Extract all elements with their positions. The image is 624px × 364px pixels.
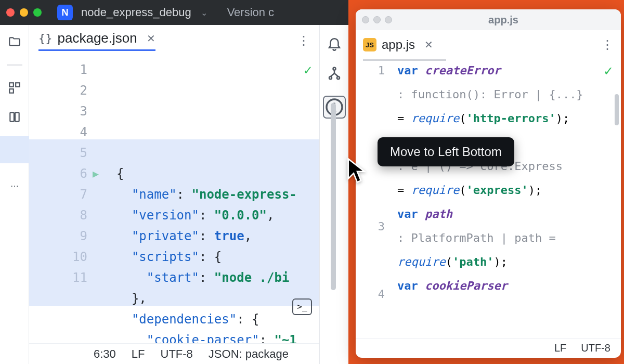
- float-code-text[interactable]: var createError : function(): Error | {.…: [392, 61, 621, 338]
- float-titlebar: app.js: [356, 9, 621, 30]
- float-window-title: app.js: [392, 14, 615, 26]
- float-line-ending[interactable]: LF: [554, 342, 566, 354]
- notifications-icon[interactable]: [327, 35, 342, 51]
- editor-tab-row: {} package.json ✕ ⋮: [29, 25, 319, 56]
- code-area[interactable]: 1 2 3 4 5 6 7 8 9 10 11 ✓ { "name": "nod…: [29, 56, 319, 343]
- tab-options-icon[interactable]: ⋮: [297, 33, 310, 48]
- svg-point-6: [329, 76, 332, 79]
- float-file-tab[interactable]: JS app.js ✕: [363, 37, 433, 52]
- line-number: 2: [29, 80, 87, 101]
- svg-point-5: [333, 68, 335, 70]
- line-number: 1: [29, 59, 87, 80]
- close-tab-icon[interactable]: ✕: [147, 32, 155, 45]
- cursor-position[interactable]: 6:30: [94, 347, 116, 361]
- svg-point-7: [337, 76, 340, 79]
- titlebar: N node_express_debug ⌄ Version c: [0, 0, 348, 25]
- float-window-controls: [362, 16, 392, 23]
- window-controls: [6, 8, 42, 17]
- js-file-icon: JS: [363, 38, 376, 51]
- project-badge-icon: N: [57, 5, 73, 20]
- file-tab-package-json[interactable]: {} package.json ✕: [38, 30, 155, 51]
- inspection-ok-icon[interactable]: ✓: [304, 59, 312, 80]
- line-number: 1: [356, 64, 385, 132]
- code-text[interactable]: ✓ { "name": "node-express- "version": "0…: [97, 56, 319, 343]
- line-number: 4: [356, 288, 385, 311]
- editor-pane: {} package.json ✕ ⋮ 1 2 3 4 5 6 7 8 9 1: [29, 25, 319, 364]
- svg-rect-4: [15, 112, 19, 121]
- svg-rect-0: [9, 83, 14, 87]
- vcs-tab[interactable]: Version c: [227, 6, 275, 19]
- line-number: 3: [356, 220, 385, 288]
- close-window-button[interactable]: [6, 8, 15, 17]
- structure-icon[interactable]: [8, 81, 21, 95]
- main-body: ⋯ {} package.json ✕ ⋮ 1 2 3 4 5 6: [0, 25, 348, 364]
- chevron-down-icon[interactable]: ⌄: [201, 8, 207, 18]
- float-code-area[interactable]: ✓ 1 2 3 4 var createError : function(): …: [356, 61, 621, 338]
- more-tools-icon[interactable]: ⋯: [8, 179, 21, 192]
- float-file-encoding[interactable]: UTF-8: [581, 342, 610, 354]
- code-token: var: [397, 64, 425, 77]
- svg-rect-3: [10, 112, 14, 121]
- float-gutter: 1 2 3 4: [356, 61, 392, 338]
- inlay-hint: : function(): Error | {...}: [397, 88, 621, 112]
- float-tab-row: JS app.js ✕ ⋮: [356, 30, 621, 59]
- hierarchy-icon[interactable]: [327, 66, 342, 81]
- detached-editor-window: app.js JS app.js ✕ ⋮ ✓ 1 2 3 4 var creat…: [356, 9, 621, 358]
- tab-filename: package.json: [58, 30, 137, 46]
- svg-rect-2: [9, 89, 14, 93]
- project-selector[interactable]: node_express_debug: [81, 6, 191, 19]
- code-token: var: [397, 279, 425, 292]
- scrollbar[interactable]: [331, 103, 336, 290]
- code-token: cookieParser: [425, 279, 508, 292]
- json-file-icon: {}: [38, 32, 53, 45]
- float-tab-filename: app.js: [382, 37, 415, 52]
- code-line: require('path');: [397, 255, 621, 279]
- code-token: createError: [425, 64, 501, 77]
- line-ending[interactable]: LF: [132, 347, 145, 361]
- svg-rect-1: [16, 83, 20, 87]
- float-close-button[interactable]: [362, 16, 369, 23]
- rail-separator: [7, 64, 22, 66]
- main-ide-window: N node_express_debug ⌄ Version c ⋯ {} p: [0, 0, 348, 364]
- left-tool-rail: ⋯: [0, 25, 29, 364]
- code-line: = require('express');: [397, 184, 621, 207]
- status-bar: 6:30 LF UTF-8 JSON: package: [29, 343, 319, 364]
- folder-icon[interactable]: [8, 35, 21, 49]
- float-tab-options-icon[interactable]: ⋮: [601, 37, 614, 52]
- float-status-bar: LF UTF-8: [356, 338, 621, 358]
- file-language[interactable]: JSON: package: [209, 347, 289, 361]
- float-close-tab-icon[interactable]: ✕: [424, 38, 433, 51]
- minimize-window-button[interactable]: [20, 8, 28, 17]
- line-number: 3: [29, 101, 87, 122]
- mouse-cursor-icon: [346, 157, 368, 186]
- float-minimize-button[interactable]: [373, 16, 381, 23]
- file-encoding[interactable]: UTF-8: [161, 347, 193, 361]
- float-scrollbar[interactable]: [615, 94, 619, 125]
- code-line: = require('http-errors');: [397, 112, 621, 136]
- bookmarks-icon[interactable]: [8, 110, 21, 124]
- tooltip: Move to Left Bottom: [378, 137, 514, 166]
- code-token: path: [425, 207, 452, 220]
- inlay-hint: : PlatformPath | path =: [397, 231, 621, 255]
- float-maximize-button[interactable]: [385, 16, 392, 23]
- float-inspection-ok-icon[interactable]: ✓: [603, 64, 614, 79]
- maximize-window-button[interactable]: [33, 8, 42, 17]
- code-token: var: [397, 207, 425, 220]
- active-tool-highlight[interactable]: [0, 136, 29, 163]
